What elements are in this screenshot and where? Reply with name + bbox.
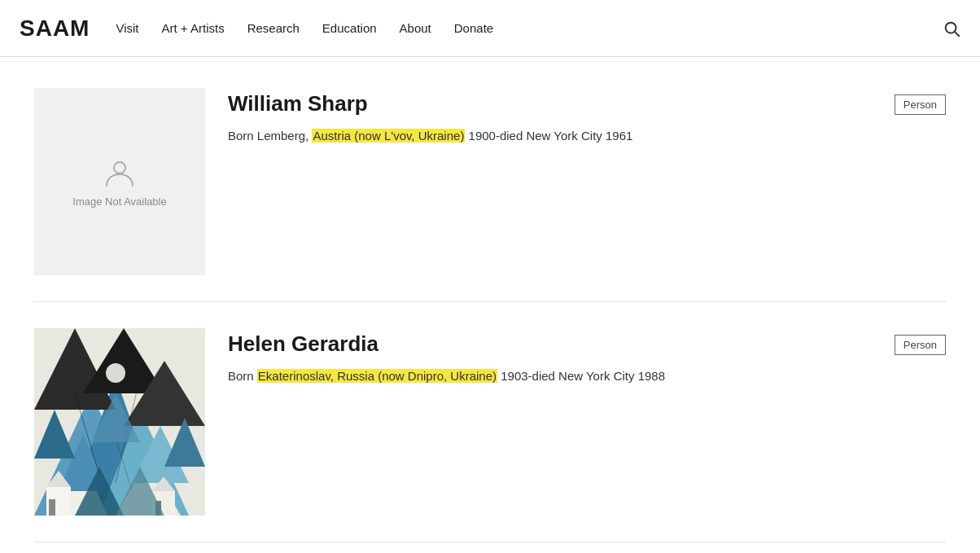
result-meta-prefix-1: Born (228, 369, 257, 383)
nav-research[interactable]: Research (247, 21, 300, 35)
site-header: SAAM Visit Art + Artists Research Educat… (0, 0, 980, 57)
result-content-william-sharp: William Sharp Person Born Lemberg, Austr… (228, 88, 946, 146)
abstract-painting-svg (34, 328, 205, 516)
result-meta-suffix-1: 1903-died New York City 1988 (497, 369, 665, 383)
result-name-william-sharp[interactable]: William Sharp (228, 91, 368, 116)
image-not-available-label: Image Not Available (72, 195, 166, 208)
nav-visit[interactable]: Visit (116, 21, 138, 35)
svg-line-1 (955, 32, 959, 36)
nav-education[interactable]: Education (322, 21, 377, 35)
result-meta-suffix-0: 1900-died New York City 1961 (465, 129, 632, 143)
result-badge-william-sharp: Person (895, 94, 946, 115)
site-logo[interactable]: SAAM (20, 15, 90, 42)
search-icon (943, 20, 960, 37)
nav-donate[interactable]: Donate (454, 21, 493, 35)
result-meta-prefix-0: Born Lemberg, (228, 129, 312, 143)
main-content: Image Not Available William Sharp Person… (18, 62, 962, 542)
result-meta-william-sharp: Born Lemberg, Austria (now L'vov, Ukrain… (228, 126, 946, 146)
result-content-helen-gerardia: Helen Gerardia Person Born Ekaterinoslav… (228, 328, 946, 386)
result-header-william-sharp: William Sharp Person (228, 91, 946, 126)
svg-point-2 (114, 162, 125, 173)
result-item: Image Not Available William Sharp Person… (34, 62, 946, 302)
person-placeholder-icon (103, 156, 136, 189)
result-header-helen-gerardia: Helen Gerardia Person (228, 331, 946, 366)
result-thumbnail-helen-gerardia (34, 328, 205, 516)
svg-point-20 (106, 363, 125, 383)
result-meta-helen-gerardia: Born Ekaterinoslav, Russia (now Dnipro, … (228, 366, 946, 386)
result-thumbnail-william-sharp: Image Not Available (34, 88, 205, 275)
main-nav: Visit Art + Artists Research Education A… (116, 21, 493, 35)
nav-about[interactable]: About (400, 21, 431, 35)
header-left: SAAM Visit Art + Artists Research Educat… (20, 15, 493, 42)
result-highlight-0: Austria (now L'vov, Ukraine) (312, 129, 465, 143)
result-highlight-1: Ekaterinoslav, Russia (now Dnipro, Ukrai… (257, 369, 497, 383)
result-badge-helen-gerardia: Person (895, 335, 946, 355)
result-item: Helen Gerardia Person Born Ekaterinoslav… (34, 302, 946, 542)
svg-rect-16 (49, 499, 55, 516)
search-button[interactable] (943, 20, 960, 37)
result-name-helen-gerardia[interactable]: Helen Gerardia (228, 331, 378, 357)
nav-art-artists[interactable]: Art + Artists (162, 21, 225, 35)
